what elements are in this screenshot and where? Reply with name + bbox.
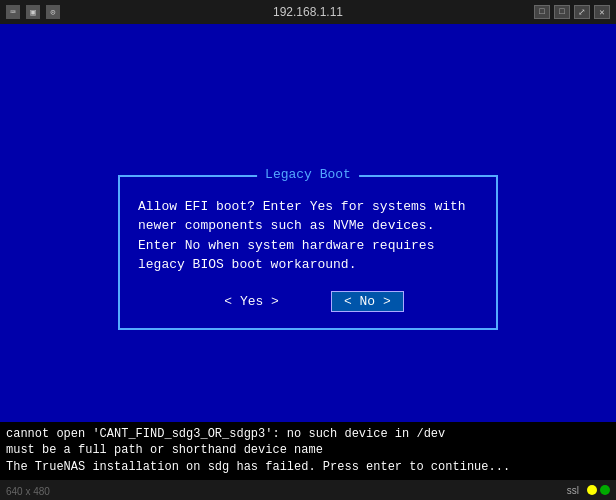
dialog-message: Allow EFI boot? Enter Yes for systems wi…	[138, 197, 478, 275]
status-dot-green	[600, 485, 610, 495]
titlebar: ⌨ ▣ ⊙ 192.168.1.11 □ □ ⤢ ✕	[0, 0, 616, 24]
legacy-boot-dialog: Legacy Boot Allow EFI boot? Enter Yes fo…	[118, 175, 498, 330]
terminal-line-3: The TrueNAS installation on sdg has fail…	[6, 459, 610, 476]
titlebar-controls: □ □ ⤢ ✕	[534, 5, 610, 19]
settings-icon: ⊙	[46, 5, 60, 19]
ssl-label: ssl	[567, 485, 579, 496]
yes-button[interactable]: < Yes >	[212, 291, 291, 312]
minimize-button[interactable]: □	[534, 5, 550, 19]
keyboard-icon: ⌨	[6, 5, 20, 19]
dialog-buttons: < Yes > < No >	[138, 291, 478, 312]
no-button[interactable]: < No >	[331, 291, 404, 312]
close-button[interactable]: ✕	[594, 5, 610, 19]
main-content: Legacy Boot Allow EFI boot? Enter Yes fo…	[0, 24, 616, 480]
dialog-title: Legacy Boot	[257, 167, 359, 182]
dialog-body: Allow EFI boot? Enter Yes for systems wi…	[120, 177, 496, 328]
monitor-icon: ▣	[26, 5, 40, 19]
ssl-indicator: ssl	[567, 485, 579, 496]
status-dot-yellow	[587, 485, 597, 495]
terminal-output: cannot open 'CANT_FIND_sdg3_OR_sdgp3': n…	[0, 422, 616, 480]
status-dots	[587, 485, 610, 495]
terminal-line-1: cannot open 'CANT_FIND_sdg3_OR_sdgp3': n…	[6, 426, 610, 443]
resize-button[interactable]: ⤢	[574, 5, 590, 19]
statusbar: ssl	[0, 480, 616, 500]
window-title: 192.168.1.11	[273, 5, 343, 19]
terminal-line-2: must be a full path or shorthand device …	[6, 442, 610, 459]
titlebar-left: ⌨ ▣ ⊙	[6, 5, 60, 19]
maximize-button[interactable]: □	[554, 5, 570, 19]
size-indicator: 640 x 480	[6, 486, 50, 497]
